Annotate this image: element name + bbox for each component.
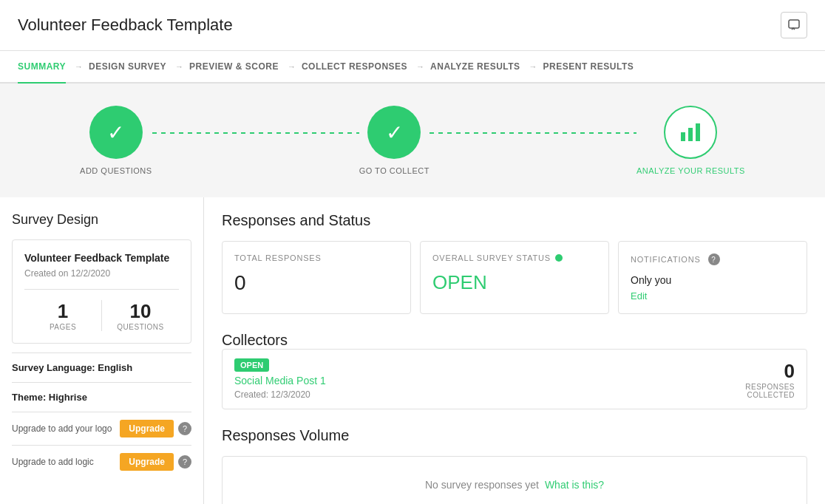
svg-rect-3 (696, 123, 700, 141)
bar-chart-icon (679, 122, 702, 143)
overall-status-value: OPEN (432, 271, 597, 294)
nav-arrow-5: → (529, 62, 537, 71)
notifications-only-you: Only you (631, 274, 795, 286)
progress-line-2 (430, 132, 636, 134)
stat-pages: 1 PAGES (24, 300, 101, 331)
sidebar-stats: 1 PAGES 10 QUESTIONS (24, 289, 179, 331)
progress-section: ✓ ADD QUESTIONS ✓ GO TO COLLECT ANALYZE … (0, 84, 825, 197)
upgrade-logic-row: Upgrade to add logic Upgrade ? (12, 445, 191, 478)
analyze-label: ANALYZE YOUR RESULTS (636, 166, 745, 175)
go-to-collect-circle[interactable]: ✓ (367, 106, 421, 159)
total-responses-value: 0 (234, 271, 398, 295)
add-questions-circle[interactable]: ✓ (89, 106, 143, 159)
volume-title: Responses Volume (222, 427, 807, 444)
collector-name[interactable]: Social Media Post 1 (234, 375, 326, 386)
nav-item-preview-score[interactable]: PREVIEW & SCORE (189, 51, 279, 82)
collector-badge: OPEN (234, 358, 269, 372)
notifications-help-icon[interactable]: ? (708, 253, 720, 265)
nav-item-design-survey[interactable]: DESIGN SURVEY (89, 51, 166, 82)
what-is-this-link[interactable]: What is this? (545, 479, 604, 491)
progress-step-analyze: ANALYZE YOUR RESULTS (636, 106, 745, 175)
collector-date: Created: 12/3/2020 (234, 389, 326, 400)
analyze-circle[interactable] (664, 106, 717, 159)
progress-step-add-questions: ✓ ADD QUESTIONS (80, 106, 152, 175)
page-title: Volunteer Feedback Template (18, 16, 233, 35)
chat-icon (787, 18, 801, 32)
svg-rect-0 (789, 20, 799, 28)
nav-item-summary[interactable]: SUMMARY (18, 51, 66, 84)
theme-label-text: Theme: (12, 392, 49, 403)
language-value: English (98, 362, 132, 373)
upgrade-logo-button[interactable]: Upgrade (120, 420, 174, 437)
volume-section: Responses Volume No survey responses yet… (222, 427, 807, 504)
collectors-section: Collectors OPEN Social Media Post 1 Crea… (222, 332, 807, 409)
notifications-label: NOTIFICATIONS ? (631, 253, 795, 265)
sidebar-card: Volunteer Feedback Template Created on 1… (12, 239, 191, 344)
nav-arrow-3: → (288, 62, 296, 71)
theme-value: Highrise (49, 392, 87, 403)
overall-status-card: OVERALL SURVEY STATUS OPEN (420, 241, 609, 314)
nav-arrow-2: → (175, 62, 183, 71)
pages-label: PAGES (24, 323, 101, 331)
progress-step-go-to-collect: ✓ GO TO COLLECT (359, 106, 430, 175)
stat-questions: 10 QUESTIONS (101, 300, 179, 331)
nav-item-analyze-results[interactable]: ANALYZE RESULTS (430, 51, 520, 82)
svg-rect-1 (681, 132, 685, 141)
add-questions-label: ADD QUESTIONS (80, 166, 152, 175)
pages-count: 1 (24, 300, 101, 323)
upgrade-logo-row: Upgrade to add your logo Upgrade ? (12, 412, 191, 445)
svg-rect-2 (688, 128, 693, 141)
upgrade-logic-label: Upgrade to add logic (12, 457, 120, 467)
survey-created-date: Created on 12/2/2020 (24, 268, 179, 279)
collector-count-label: RESPONSESCOLLECTED (745, 383, 795, 399)
overall-status-label: OVERALL SURVEY STATUS (432, 253, 597, 262)
upgrade-logic-help-icon[interactable]: ? (178, 455, 191, 469)
upgrade-logic-button[interactable]: Upgrade (120, 453, 174, 471)
status-dot-icon (555, 254, 563, 262)
survey-language-row: Survey Language: English (12, 353, 191, 382)
right-content: Responses and Status TOTAL RESPONSES 0 O… (204, 197, 825, 504)
collectors-title: Collectors (222, 332, 807, 349)
volume-empty: No survey responses yet What is this? (222, 456, 807, 504)
notifications-card: NOTIFICATIONS ? Only you Edit (618, 241, 807, 314)
collector-right: 0 RESPONSESCOLLECTED (745, 360, 795, 399)
header: Volunteer Feedback Template (0, 0, 825, 51)
progress-steps: ✓ ADD QUESTIONS ✓ GO TO COLLECT ANALYZE … (80, 106, 745, 175)
upgrade-logo-help-icon[interactable]: ? (178, 422, 191, 435)
language-label-text: Survey Language: (12, 362, 98, 373)
nav: SUMMARY → DESIGN SURVEY → PREVIEW & SCOR… (0, 51, 825, 84)
chat-icon-button[interactable] (781, 12, 807, 38)
collector-count: 0 (745, 360, 795, 383)
sidebar: Survey Design Volunteer Feedback Templat… (0, 197, 204, 504)
total-responses-card: TOTAL RESPONSES 0 (222, 241, 411, 314)
survey-name: Volunteer Feedback Template (24, 252, 179, 264)
responses-section-title: Responses and Status (222, 212, 807, 229)
collector-item: OPEN Social Media Post 1 Created: 12/3/2… (222, 349, 807, 409)
collector-left: OPEN Social Media Post 1 Created: 12/3/2… (234, 358, 326, 400)
upgrade-logo-label: Upgrade to add your logo (12, 423, 120, 434)
go-to-collect-label: GO TO COLLECT (359, 166, 430, 175)
survey-theme-row: Theme: Highrise (12, 382, 191, 412)
questions-label: QUESTIONS (102, 323, 179, 331)
nav-arrow-1: → (75, 62, 83, 71)
volume-empty-text: No survey responses yet (425, 479, 539, 491)
progress-line-1 (152, 132, 359, 134)
total-responses-label: TOTAL RESPONSES (234, 253, 398, 262)
nav-item-present-results[interactable]: PRESENT RESULTS (543, 51, 634, 82)
sidebar-title: Survey Design (12, 212, 191, 228)
main-content: Survey Design Volunteer Feedback Templat… (0, 197, 825, 504)
questions-count: 10 (102, 300, 179, 323)
nav-item-collect-responses[interactable]: COLLECT RESPONSES (302, 51, 407, 82)
notifications-edit-link[interactable]: Edit (631, 290, 795, 302)
status-cards: TOTAL RESPONSES 0 OVERALL SURVEY STATUS … (222, 241, 807, 314)
nav-arrow-4: → (416, 62, 424, 71)
